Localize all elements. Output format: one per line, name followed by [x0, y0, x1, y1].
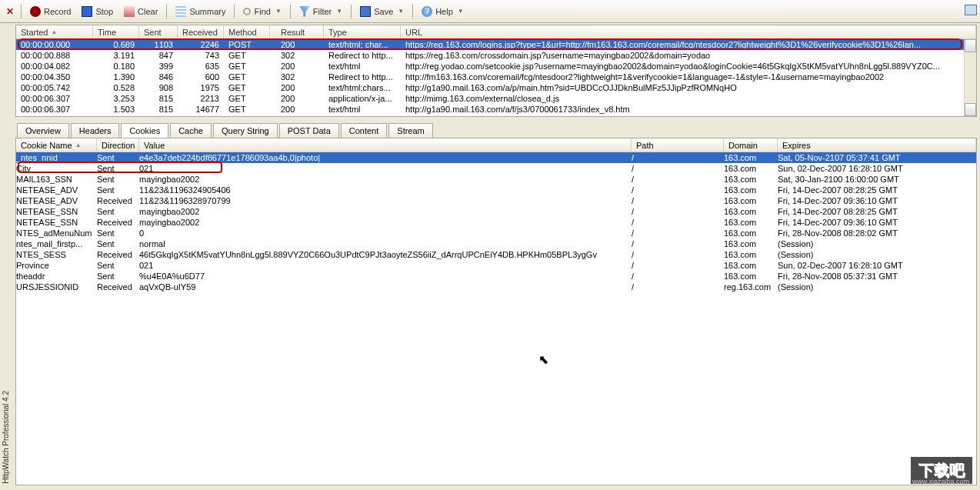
toolbar: ✕ Record Stop Clear Summary Find▼ Filter… — [0, 0, 980, 23]
cookie-row[interactable]: NETEASE_SSNSentmayingbao2002/163.comFri,… — [16, 206, 976, 217]
watermark-url: www.xiazaiba.com — [912, 478, 969, 485]
col-direction[interactable]: Direction — [97, 138, 139, 152]
cookie-row[interactable]: NTES_adMenuNumSent0/163.comFri, 28-Nov-2… — [16, 228, 976, 238]
col-value[interactable]: Value — [139, 138, 632, 152]
col-expires[interactable]: Expires — [778, 138, 976, 152]
vertical-scrollbar[interactable] — [964, 39, 976, 116]
maximize-icon[interactable] — [965, 5, 977, 15]
request-row[interactable]: 00:00:06.3071.50381514677GET200text/html… — [16, 104, 976, 115]
col-time[interactable]: Time — [93, 25, 139, 38]
request-row[interactable]: 00:00:00.0000.68911032246POST200text/htm… — [16, 39, 976, 50]
chevron-down-icon: ▼ — [458, 8, 464, 15]
find-icon — [243, 8, 251, 15]
tab-cache[interactable]: Cache — [170, 123, 212, 138]
app-title-vertical: HttpWatch Professional 4.2 — [2, 391, 10, 484]
record-button[interactable]: Record — [25, 5, 75, 18]
cookie-row[interactable]: NETEASE_SSNReceivedmayingbao2002/163.com… — [16, 217, 976, 228]
chevron-down-icon: ▼ — [398, 8, 404, 15]
col-method[interactable]: Method — [224, 25, 270, 38]
find-button[interactable]: Find▼ — [238, 5, 285, 18]
filter-button[interactable]: Filter▼ — [295, 5, 347, 18]
col-received[interactable]: Received — [178, 25, 224, 38]
stop-button[interactable]: Stop — [77, 5, 118, 18]
request-row[interactable]: 00:00:04.3501.390846600GET302Redirect to… — [16, 72, 976, 82]
cookie-grid-header: Cookie Name▲ Direction Value Path Domain… — [16, 138, 976, 152]
col-started[interactable]: Started▲ — [16, 25, 93, 38]
save-button[interactable]: Save▼ — [355, 5, 408, 18]
chevron-down-icon: ▼ — [275, 8, 282, 15]
request-row[interactable]: 00:00:05.7420.5289081975GET200text/html;… — [16, 82, 976, 93]
stop-icon — [82, 6, 92, 17]
cookie-row[interactable]: NTES_SESSReceived46t5GkqIgX5tKM5vatYUhn8… — [16, 249, 976, 260]
detail-tabs: OverviewHeadersCookiesCacheQuery StringP… — [15, 121, 977, 138]
cookie-grid: Cookie Name▲ Direction Value Path Domain… — [15, 138, 977, 485]
sort-asc-icon: ▲ — [75, 142, 82, 148]
col-url[interactable]: URL — [401, 25, 976, 38]
request-row[interactable]: 00:00:04.0820.180399635GET200text/htmlht… — [16, 61, 976, 72]
clear-button[interactable]: Clear — [119, 5, 162, 18]
tab-overview[interactable]: Overview — [17, 123, 69, 138]
request-grid-header: Started▲ Time Sent Received Method Resul… — [16, 25, 976, 39]
record-icon — [30, 6, 41, 17]
help-icon: ? — [422, 6, 432, 17]
chevron-down-icon: ▼ — [336, 8, 342, 15]
request-grid: Started▲ Time Sent Received Method Resul… — [15, 25, 977, 117]
cookie-row[interactable]: CitySent021/163.comSun, 02-Dec-2007 16:2… — [16, 163, 976, 174]
tab-query-string[interactable]: Query String — [213, 123, 278, 138]
save-icon — [360, 6, 371, 17]
tab-content[interactable]: Content — [341, 123, 388, 138]
cookie-row[interactable]: URSJESSIONIDReceivedaqVxQB-uIY59/reg.163… — [16, 282, 976, 292]
tab-stream[interactable]: Stream — [388, 123, 432, 138]
summary-button[interactable]: Summary — [171, 5, 230, 18]
col-path[interactable]: Path — [632, 138, 724, 152]
col-result[interactable]: Result — [270, 25, 324, 38]
tab-headers[interactable]: Headers — [71, 123, 120, 138]
tab-cookies[interactable]: Cookies — [121, 123, 168, 138]
cookie-row[interactable]: ntes_mail_firstp...Sentnormal/163.com(Se… — [16, 238, 976, 249]
col-cookie-name[interactable]: Cookie Name▲ — [16, 138, 97, 152]
col-type[interactable]: Type — [324, 25, 401, 38]
filter-icon — [299, 6, 310, 17]
cookie-row[interactable]: ProvinceSent021/163.comSun, 02-Dec-2007 … — [16, 260, 976, 271]
cookie-row[interactable]: MAIL163_SSNSentmayingbao2002/163.comSat,… — [16, 174, 976, 185]
summary-icon — [175, 6, 186, 17]
clear-icon — [124, 6, 135, 17]
sort-asc-icon: ▲ — [51, 28, 57, 35]
tab-post-data[interactable]: POST Data — [279, 123, 339, 138]
help-button[interactable]: ?Help▼ — [417, 5, 468, 18]
cookie-row[interactable]: NETEASE_ADVReceived11&23&1196328970799/1… — [16, 195, 976, 206]
close-icon[interactable]: ✕ — [3, 6, 17, 17]
cookie-row[interactable]: NETEASE_ADVSent11&23&1196324905406/163.c… — [16, 185, 976, 195]
col-domain[interactable]: Domain — [724, 138, 778, 152]
cookie-row[interactable]: _ntes_nnidSente4e3a7deb224bdf86771e17860… — [16, 152, 976, 163]
col-sent[interactable]: Sent — [139, 25, 178, 38]
request-row[interactable]: 00:00:00.8883.191847743GET302Redirect to… — [16, 50, 976, 61]
cookie-row[interactable]: theaddrSent%u4E0A%u6D77/163.comFri, 28-N… — [16, 271, 976, 282]
request-row[interactable]: 00:00:06.3073.2538152213GET200applicatio… — [16, 93, 976, 104]
